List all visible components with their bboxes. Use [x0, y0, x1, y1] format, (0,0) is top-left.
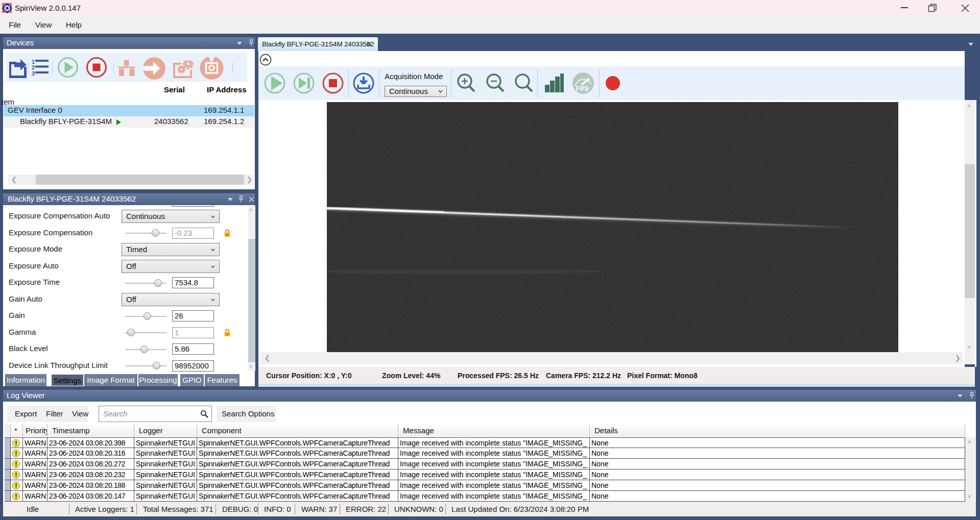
svg-text:FPS: FPS — [576, 85, 589, 92]
svg-text:2: 2 — [32, 64, 35, 70]
svg-text:3: 3 — [32, 70, 35, 77]
